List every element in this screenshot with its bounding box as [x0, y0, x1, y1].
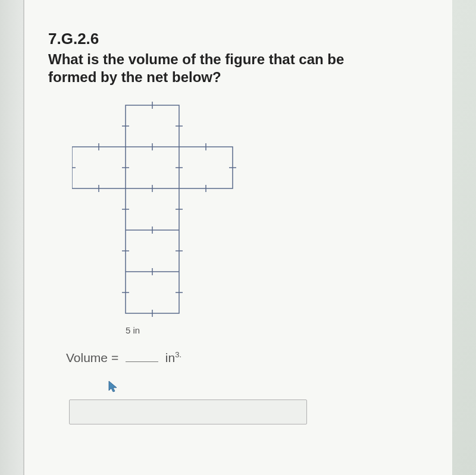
question-text: What is the volume of the figure that ca…: [48, 51, 381, 86]
dimension-label: 5 in: [126, 325, 428, 335]
answer-unit-exponent: 3.: [175, 350, 181, 359]
worksheet-page: 7.G.2.6 What is the volume of the figure…: [24, 0, 452, 475]
standard-code: 7.G.2.6: [48, 30, 428, 48]
net-diagram-svg: [72, 99, 239, 319]
net-figure: [72, 99, 428, 319]
answer-prefix: Volume =: [66, 351, 118, 364]
answer-input[interactable]: [69, 399, 307, 424]
answer-blank: [126, 361, 158, 362]
page-margin-strip: [0, 0, 24, 475]
cursor-icon: [108, 380, 428, 397]
answer-unit: in: [165, 351, 175, 364]
answer-prompt: Volume = in3.: [66, 350, 428, 365]
